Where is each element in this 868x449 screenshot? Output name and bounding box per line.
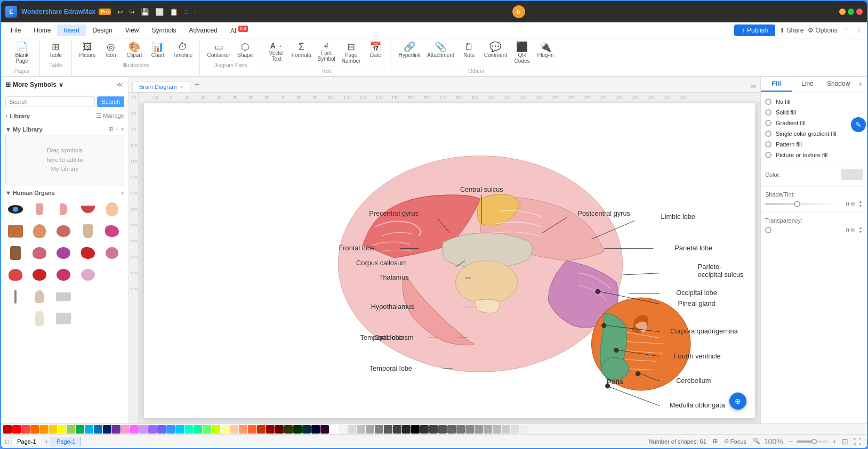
palette-color[interactable]: [475, 425, 483, 434]
palette-color[interactable]: [511, 425, 519, 434]
symbol-organ-6-3[interactable]: [53, 308, 74, 329]
palette-color[interactable]: [230, 425, 238, 434]
palette-color[interactable]: [302, 425, 311, 434]
palette-color[interactable]: [329, 425, 338, 434]
symbol-organ-5-2[interactable]: [29, 287, 50, 307]
palette-color[interactable]: [502, 425, 510, 434]
ribbon-item-clipart[interactable]: 🎨 Clipart: [123, 40, 146, 60]
palette-color[interactable]: [420, 425, 429, 434]
add-tab-button[interactable]: +: [191, 78, 203, 92]
menu-design[interactable]: Design: [86, 25, 118, 36]
fill-option-no-fill[interactable]: No fill: [765, 96, 863, 107]
shade-stepper[interactable]: ▲ ▼: [858, 200, 863, 208]
share-button[interactable]: ⬆ Share: [779, 27, 803, 34]
palette-color[interactable]: [284, 425, 293, 434]
ribbon-item-qr-codes[interactable]: ⬛ QRCodes: [511, 40, 533, 66]
palette-color[interactable]: [139, 425, 148, 434]
ribbon-item-picture[interactable]: 🖼 Picture: [76, 40, 99, 60]
canvas-paper[interactable]: Central sulcus Postcentral gyrus Precent…: [144, 103, 755, 418]
search-input[interactable]: [5, 96, 95, 107]
ribbon-item-icon[interactable]: ◎ Icon: [100, 40, 122, 60]
symbol-organ-6-1[interactable]: [5, 308, 26, 329]
manage-library-button[interactable]: ☰ Manage: [96, 112, 124, 119]
palette-color[interactable]: [76, 425, 84, 434]
palette-color[interactable]: [402, 425, 411, 434]
palette-color[interactable]: [39, 425, 48, 434]
undo-button[interactable]: ↩: [115, 7, 125, 17]
search-button[interactable]: Search: [97, 96, 124, 107]
human-organs-close-button[interactable]: ×: [121, 190, 124, 196]
palette-color[interactable]: [148, 425, 157, 434]
symbol-organ-5-4[interactable]: [78, 287, 98, 307]
right-panel-tab-fill[interactable]: Fill: [761, 77, 792, 92]
collapse-button[interactable]: ∧: [854, 25, 864, 35]
save-button[interactable]: 💾: [139, 7, 151, 17]
ribbon-item-date[interactable]: 📅 Date: [364, 40, 387, 66]
tab-close-button[interactable]: ×: [180, 84, 183, 90]
close-button[interactable]: [856, 9, 863, 15]
palette-color[interactable]: [484, 425, 492, 434]
my-library-add-button[interactable]: +: [115, 126, 118, 133]
user-avatar[interactable]: b: [512, 5, 525, 18]
sidebar-collapse-button[interactable]: ≪: [115, 80, 124, 89]
zoom-slider[interactable]: [797, 440, 829, 443]
zoom-in-button[interactable]: +: [831, 437, 838, 446]
symbol-organ-6-5[interactable]: [102, 308, 122, 329]
palette-color[interactable]: [257, 425, 266, 434]
symbol-organ-3-2[interactable]: [29, 243, 50, 263]
palette-color[interactable]: [30, 425, 39, 434]
fit-page-button[interactable]: ⊡: [840, 437, 850, 446]
palette-color[interactable]: [366, 425, 374, 434]
page-tab-1-active[interactable]: Page-1: [51, 437, 81, 446]
palette-color[interactable]: [85, 425, 93, 434]
right-panel-close-button[interactable]: ×: [854, 77, 867, 92]
options-button[interactable]: ⚙ Options: [808, 27, 837, 34]
symbol-organ-5-5[interactable]: [102, 287, 122, 307]
ribbon-item-chart[interactable]: 📊 Chart: [147, 40, 169, 60]
palette-color[interactable]: [103, 425, 111, 434]
menu-file[interactable]: File: [4, 25, 27, 36]
ribbon-item-font-symbol[interactable]: # FontSymbol: [315, 40, 337, 66]
palette-color[interactable]: [456, 425, 465, 434]
symbol-organ-3-5[interactable]: [102, 243, 122, 263]
symbol-organ-4-1[interactable]: [5, 265, 26, 285]
fill-action-button[interactable]: ✎: [851, 117, 866, 132]
my-library-grid-button[interactable]: ⊞: [108, 126, 113, 133]
maximize-button[interactable]: [848, 9, 854, 15]
symbol-organ-5-3[interactable]: [53, 287, 74, 307]
fill-option-pattern[interactable]: Pattern fill: [765, 139, 863, 150]
transparency-slider[interactable]: [765, 229, 837, 231]
palette-color[interactable]: [94, 425, 102, 434]
color-swatch[interactable]: [841, 169, 863, 180]
publish-button[interactable]: ↑ Publish: [734, 25, 775, 36]
symbol-organ-5-1[interactable]: [5, 287, 26, 307]
ribbon-item-plugin[interactable]: 🔌 Plug-in: [534, 40, 557, 66]
fill-option-picture[interactable]: Picture or texture fill: [765, 150, 863, 160]
symbol-ear[interactable]: [53, 199, 74, 219]
page-tab-1[interactable]: Page-1: [11, 437, 42, 446]
my-library-close-button[interactable]: ×: [121, 126, 124, 133]
menu-home[interactable]: Home: [27, 25, 57, 36]
symbol-organ-2-4[interactable]: [78, 221, 98, 241]
symbol-organ-4-2[interactable]: [29, 265, 50, 285]
palette-color[interactable]: [49, 425, 57, 434]
palette-color[interactable]: [339, 425, 347, 434]
palette-color[interactable]: [266, 425, 275, 434]
palette-color[interactable]: [12, 425, 21, 434]
floating-action-button[interactable]: ⊕: [729, 393, 746, 410]
menu-view[interactable]: View: [119, 25, 146, 36]
palette-color[interactable]: [438, 425, 447, 434]
palette-color[interactable]: [194, 425, 202, 434]
add-page-button[interactable]: +: [44, 437, 49, 446]
ribbon-item-note[interactable]: 🗒 Note: [458, 40, 480, 66]
right-panel-tab-shadow[interactable]: Shadow: [823, 77, 854, 92]
copy-button[interactable]: ⬜: [153, 7, 166, 17]
pages-toggle-button[interactable]: □: [5, 438, 9, 445]
menu-symbols[interactable]: Symbols: [146, 25, 183, 36]
ribbon-item-timeline[interactable]: ⏱ Timeline: [170, 40, 195, 60]
menu-advanced[interactable]: Advanced: [183, 25, 224, 36]
palette-color[interactable]: [248, 425, 256, 434]
symbol-organ-3-3[interactable]: [53, 243, 74, 263]
symbol-organ-4-4[interactable]: [78, 265, 98, 285]
palette-color[interactable]: [384, 425, 392, 434]
